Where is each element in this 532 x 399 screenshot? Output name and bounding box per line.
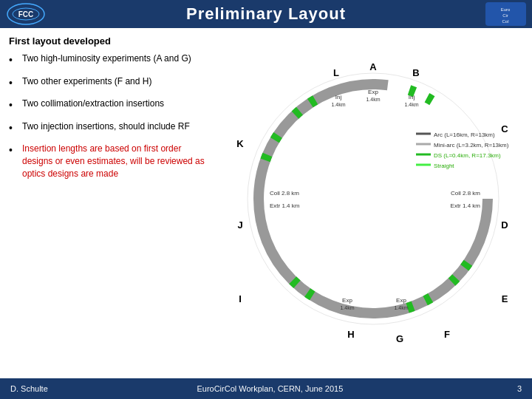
- bullet-item-3: • Two collimation/extraction insertions: [9, 98, 205, 113]
- svg-text:Coll 2.8 km: Coll 2.8 km: [451, 190, 480, 197]
- svg-text:I: I: [239, 293, 242, 304]
- svg-text:Extr 1.4 km: Extr 1.4 km: [270, 202, 300, 209]
- svg-text:B: B: [412, 67, 419, 78]
- svg-text:1.4km: 1.4km: [394, 305, 408, 310]
- main-content: First layout developed • Two high-lumino…: [0, 28, 532, 369]
- svg-text:1.4km: 1.4km: [366, 97, 380, 102]
- svg-text:H: H: [347, 329, 354, 340]
- svg-text:Euro: Euro: [501, 7, 511, 12]
- svg-text:Exp: Exp: [368, 89, 378, 95]
- footer: D. Schulte EuroCirCol Workplan, CERN, Ju…: [0, 378, 532, 399]
- svg-text:E: E: [502, 293, 508, 304]
- svg-text:1.4km: 1.4km: [404, 102, 418, 107]
- footer-page-number: 3: [492, 384, 522, 393]
- svg-text:Cir: Cir: [502, 13, 508, 18]
- svg-text:Coll 2.8 km: Coll 2.8 km: [270, 190, 299, 197]
- section-title: First layout developed: [9, 35, 205, 47]
- svg-text:Col: Col: [502, 19, 508, 24]
- fcc-logo: FCC: [6, 2, 47, 26]
- right-panel: L A B C D E F G H I J K Inj 1.: [214, 28, 532, 369]
- bullet-item-4: • Two injection insertions, should inclu…: [9, 120, 205, 136]
- svg-text:D: D: [501, 219, 508, 231]
- bullet-dot-3: •: [9, 98, 19, 113]
- svg-text:1.4km: 1.4km: [331, 102, 345, 107]
- bullet-dot-1: •: [9, 53, 19, 68]
- footer-center-text: EuroCirCol Workplan, CERN, June 2015: [48, 384, 492, 393]
- svg-text:Mini-arc (L=3.2km, R=13km): Mini-arc (L=3.2km, R=13km): [434, 142, 509, 149]
- svg-text:J: J: [237, 219, 242, 231]
- svg-text:L: L: [333, 67, 339, 78]
- left-panel: First layout developed • Two high-lumino…: [0, 28, 214, 369]
- bullet-text-1: Two high-luminosity experiments (A and G…: [22, 52, 191, 65]
- svg-text:Straight: Straight: [434, 163, 454, 169]
- bullet-item-1: • Two high-luminosity experiments (A and…: [9, 52, 205, 68]
- svg-text:FCC: FCC: [18, 10, 34, 18]
- bullet-item-2: • Two other experiments (F and H): [9, 75, 205, 91]
- svg-text:Extr 1.4 km: Extr 1.4 km: [451, 202, 481, 209]
- svg-text:Inj: Inj: [335, 94, 342, 100]
- bullet-text-4: Two injection insertions, should include…: [22, 120, 190, 133]
- svg-text:A: A: [369, 61, 377, 72]
- header: FCC Preliminary Layout Euro Cir Col: [0, 0, 532, 28]
- diagram-svg: L A B C D E F G H I J K Inj 1.: [233, 51, 514, 347]
- header-title: Preliminary Layout: [186, 4, 346, 24]
- svg-text:C: C: [501, 123, 508, 134]
- bullet-item-5: • Insertion lengths are based on first o…: [9, 143, 205, 180]
- svg-text:Arc (L=16km, R=13km): Arc (L=16km, R=13km): [434, 132, 495, 138]
- bullet-dot-4: •: [9, 121, 19, 136]
- svg-text:K: K: [236, 138, 244, 149]
- svg-text:Exp: Exp: [396, 297, 406, 304]
- eurocircol-logo: Euro Cir Col: [485, 2, 526, 26]
- svg-point-20: [248, 73, 499, 324]
- svg-text:F: F: [444, 329, 450, 340]
- bullet-dot-2: •: [9, 76, 19, 91]
- bullet-text-3: Two collimation/extraction insertions: [22, 98, 164, 110]
- bullet-dot-5: •: [9, 143, 19, 158]
- bullet-text-2: Two other experiments (F and H): [22, 75, 151, 88]
- svg-text:Inj: Inj: [409, 94, 415, 100]
- svg-text:G: G: [396, 333, 403, 344]
- svg-text:1.4km: 1.4km: [340, 305, 354, 310]
- svg-text:DS (L=0.4km, R=17.3km): DS (L=0.4km, R=17.3km): [434, 152, 501, 159]
- svg-text:Exp: Exp: [342, 297, 352, 304]
- footer-author: D. Schulte: [10, 384, 48, 393]
- bullet-text-5: Insertion lengths are based on first ord…: [22, 143, 205, 180]
